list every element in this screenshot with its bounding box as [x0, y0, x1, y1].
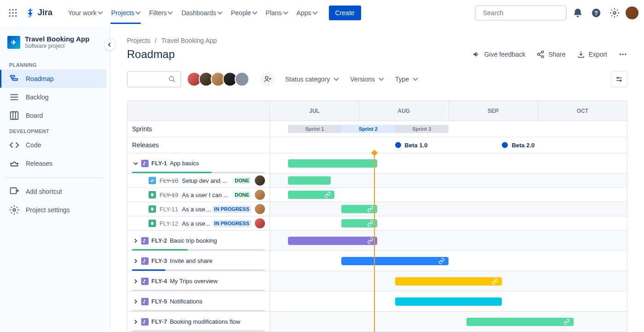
issue-key[interactable]: FLY-13	[160, 192, 178, 198]
svg-point-2	[15, 9, 17, 10]
epic-bar[interactable]	[395, 277, 502, 285]
assignee-avatar[interactable]	[255, 204, 265, 214]
issue-key[interactable]: FLY-11	[160, 206, 178, 213]
issue-key[interactable]: FLY-5	[151, 298, 167, 305]
svg-point-4	[12, 12, 13, 13]
issue-search[interactable]	[127, 71, 181, 87]
issue-key[interactable]: FLY-1	[151, 160, 167, 167]
sprint-pill[interactable]: Sprint 2	[341, 125, 395, 133]
section-planning-label: PLANNING	[4, 58, 106, 70]
svg-point-34	[169, 76, 173, 81]
add-people-button[interactable]	[260, 72, 275, 87]
project-icon: ✈	[7, 36, 20, 49]
epic-bar[interactable]	[395, 297, 502, 306]
chevron-right-icon[interactable]	[132, 257, 139, 265]
app-switcher-icon[interactable]	[6, 6, 20, 20]
chevron-right-icon[interactable]	[132, 298, 139, 305]
help-icon[interactable]: ?	[589, 6, 604, 20]
share-button[interactable]: Share	[536, 50, 565, 58]
chevron-down-icon[interactable]	[132, 160, 139, 167]
type-filter[interactable]: Type	[393, 73, 419, 86]
progress-bar	[132, 290, 265, 291]
sidebar-item-roadmap[interactable]: Roadmap	[0, 70, 106, 88]
chevron-right-icon[interactable]	[132, 237, 139, 245]
issue-key[interactable]: FLY-2	[151, 237, 167, 244]
epic-row[interactable]: FLY-1 App basics	[127, 153, 270, 173]
issue-key[interactable]: FLY-12	[160, 220, 178, 227]
story-row[interactable]: FLY-13 As a user I can ... DONE	[127, 188, 270, 202]
chevron-right-icon[interactable]	[132, 318, 139, 326]
chevron-down-icon	[168, 9, 173, 14]
chevron-right-icon[interactable]	[132, 278, 139, 285]
versions-filter[interactable]: Versions	[348, 73, 385, 86]
epic-row[interactable]: FLY-4 My Trips overview	[127, 271, 270, 291]
issue-title: My Trips overview	[170, 278, 265, 285]
story-row[interactable]: FLY-11 As a user... IN PROGRESS	[127, 202, 270, 216]
svg-point-5	[15, 12, 17, 13]
epic-row[interactable]: FLY-3 Invite and share	[127, 251, 270, 271]
export-button[interactable]: Export	[577, 50, 607, 58]
story-bar[interactable]	[341, 205, 377, 213]
issue-title: Setup dev and ...	[182, 177, 232, 184]
view-settings-button[interactable]	[611, 71, 627, 87]
progress-bar	[132, 172, 265, 173]
sidebar-item-code[interactable]: Code	[4, 136, 106, 154]
more-actions-button[interactable]	[618, 50, 627, 59]
story-icon	[149, 205, 156, 213]
assignee-avatar[interactable]	[255, 190, 265, 200]
sprint-pill[interactable]: Sprint 1	[288, 125, 341, 133]
svg-point-13	[613, 12, 616, 14]
nav-your-work[interactable]: Your work	[63, 2, 107, 24]
epic-bar[interactable]	[288, 159, 377, 168]
issue-key[interactable]: FLY-4	[151, 278, 167, 285]
project-header[interactable]: ✈ Travel Booking App Software project	[4, 35, 106, 58]
release-marker[interactable]: Beta 2.0	[502, 142, 535, 149]
jira-logo[interactable]: Jira	[22, 8, 56, 18]
story-bar[interactable]	[288, 176, 331, 185]
epic-bar[interactable]	[466, 318, 574, 326]
epic-bar[interactable]	[288, 237, 377, 245]
settings-icon[interactable]	[607, 6, 622, 20]
story-bar[interactable]	[288, 191, 334, 199]
breadcrumb-projects[interactable]: Projects	[127, 37, 150, 44]
release-marker[interactable]: Beta 1.0	[395, 142, 428, 149]
story-row[interactable]: FLY-10 Setup dev and ... DONE	[127, 174, 270, 187]
assignee-filter-avatars[interactable]	[190, 72, 249, 87]
month-header: OCT	[538, 101, 627, 121]
profile-avatar[interactable]	[626, 6, 638, 19]
sidebar-item-backlog[interactable]: Backlog	[4, 88, 106, 106]
issue-key[interactable]: FLY-3	[151, 257, 167, 264]
sidebar-add-shortcut[interactable]: Add shortcut	[4, 182, 106, 201]
nav-people[interactable]: People	[226, 2, 261, 24]
assignee-avatar[interactable]	[255, 218, 265, 228]
epic-bar[interactable]	[341, 257, 448, 265]
nav-plans[interactable]: Plans	[261, 2, 292, 24]
issue-key[interactable]: FLY-10	[160, 177, 178, 184]
nav-projects[interactable]: Projects	[107, 2, 145, 24]
assignee-avatar[interactable]	[255, 175, 265, 186]
sidebar-item-board[interactable]: Board	[4, 106, 106, 125]
notifications-icon[interactable]	[570, 6, 585, 20]
sprint-pill[interactable]: Sprint 3	[395, 125, 448, 133]
create-button[interactable]: Create	[329, 6, 361, 20]
nav-filters[interactable]: Filters	[144, 2, 177, 24]
give-feedback-button[interactable]: Give feedback	[472, 50, 526, 58]
nav-dashboards[interactable]: Dashboards	[177, 2, 226, 24]
story-row[interactable]: FLY-12 As a use... IN PROGRESS	[127, 216, 270, 230]
sidebar-item-releases[interactable]: Releases	[4, 154, 106, 173]
global-search[interactable]	[475, 5, 567, 21]
search-input[interactable]	[483, 9, 564, 17]
breadcrumb-current[interactable]: Travel Booking App	[161, 37, 217, 44]
epic-row[interactable]: FLY-7 Booking modifications flow	[127, 312, 270, 332]
issue-title: As a use...	[182, 220, 211, 227]
nav-apps[interactable]: Apps	[292, 2, 322, 24]
chevron-down-icon	[334, 76, 339, 81]
status-category-filter[interactable]: Status category	[283, 73, 340, 86]
megaphone-icon	[472, 50, 481, 58]
sidebar-project-settings[interactable]: Project settings	[4, 201, 106, 219]
epic-row[interactable]: FLY-5 Notifications	[127, 291, 270, 311]
avatar-unassigned[interactable]	[235, 72, 249, 87]
story-bar[interactable]	[341, 219, 377, 227]
epic-row[interactable]: FLY-2 Basic trip booking	[127, 231, 270, 250]
issue-key[interactable]: FLY-7	[151, 318, 167, 325]
